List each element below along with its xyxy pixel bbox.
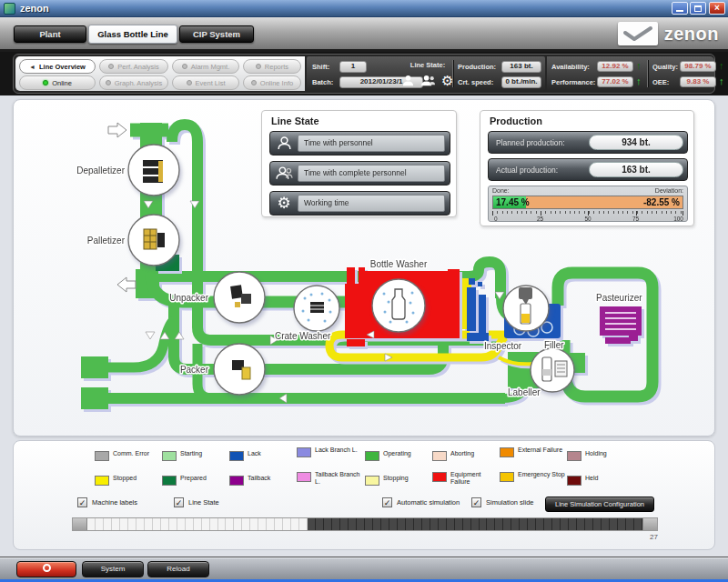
unpacker-machine[interactable]: [214, 272, 265, 323]
slider-segment[interactable]: [511, 518, 520, 530]
slider-segment[interactable]: [153, 518, 161, 530]
slider-segment[interactable]: [275, 518, 283, 530]
slider-segment[interactable]: [291, 518, 299, 530]
tab-cip-system[interactable]: CIP System: [179, 25, 254, 43]
slider-segment[interactable]: [373, 518, 381, 530]
slider-segment[interactable]: [161, 518, 169, 530]
nav-item-graph-analysis[interactable]: Graph. Analysis: [99, 75, 168, 90]
slider-segment[interactable]: [349, 518, 357, 530]
nav-item-perf-analysis[interactable]: Perf. Analysis: [99, 59, 168, 74]
slider-segment[interactable]: [169, 518, 177, 530]
slider-segment[interactable]: [104, 518, 112, 530]
checkbox-line-state[interactable]: ✓Line State: [174, 497, 219, 507]
line-simulation-configuration-button[interactable]: Line Simulation Configuration: [545, 497, 654, 512]
checkbox-machine-labels[interactable]: ✓Machine labels: [77, 497, 137, 507]
labeller-icon[interactable]: [531, 348, 574, 392]
slider-segment[interactable]: [324, 518, 332, 530]
slider-segment[interactable]: [316, 518, 324, 530]
slider-segment[interactable]: [340, 518, 349, 530]
bottle-washer-icon[interactable]: [372, 279, 425, 332]
reload-button[interactable]: Reload: [147, 561, 209, 577]
slider-segment[interactable]: [544, 518, 552, 530]
checkbox-box[interactable]: ✓: [174, 497, 184, 507]
slider-segment[interactable]: [455, 518, 463, 530]
slider-segment[interactable]: [430, 518, 439, 530]
slider-segment[interactable]: [480, 518, 488, 530]
checkbox-box[interactable]: ✓: [77, 497, 87, 507]
slider-segment[interactable]: [439, 518, 447, 530]
slider-segment[interactable]: [202, 518, 210, 530]
nav-item-reports[interactable]: Reports: [243, 59, 301, 74]
slider-segment[interactable]: [528, 518, 536, 530]
slider-segment[interactable]: [593, 518, 602, 530]
slider-segment[interactable]: [422, 518, 430, 530]
slider-segment[interactable]: [145, 518, 153, 530]
tab-plant[interactable]: Plant: [14, 25, 86, 43]
slider-segment[interactable]: [495, 518, 503, 530]
slider-segment[interactable]: [577, 518, 585, 530]
slider-segment[interactable]: [487, 518, 495, 530]
slider-cap-left[interactable]: [73, 518, 87, 530]
slider-segment[interactable]: [332, 518, 340, 530]
line-state-icons[interactable]: ⚙: [401, 74, 453, 87]
slider-segment[interactable]: [267, 518, 275, 530]
slider-segment[interactable]: [610, 518, 618, 530]
slider-segment[interactable]: [447, 518, 455, 530]
simulation-slider-segments[interactable]: [87, 518, 642, 530]
slider-segment[interactable]: [210, 518, 218, 530]
slider-segment[interactable]: [242, 518, 250, 530]
crate-washer-machine[interactable]: [294, 286, 339, 331]
slider-segment[interactable]: [536, 518, 544, 530]
slider-segment[interactable]: [406, 518, 414, 530]
slider-segment[interactable]: [520, 518, 528, 530]
slider-segment[interactable]: [414, 518, 422, 530]
slider-segment[interactable]: [618, 518, 626, 530]
tab-glass-bottle-line[interactable]: Glass Bottle Line: [88, 25, 177, 44]
nav-item-line-overview[interactable]: ◄Line Overview: [19, 59, 96, 74]
slider-segment[interactable]: [87, 518, 96, 530]
slider-segment[interactable]: [389, 518, 398, 530]
minimize-button[interactable]: [672, 2, 688, 15]
pasteurizer-machine[interactable]: [600, 306, 642, 344]
slider-segment[interactable]: [258, 518, 267, 530]
slider-segment[interactable]: [283, 518, 291, 530]
packer-machine[interactable]: [214, 344, 265, 395]
slider-segment[interactable]: [194, 518, 202, 530]
slider-segment[interactable]: [503, 518, 511, 530]
line-state-dropdown[interactable]: Time with complete personnel: [298, 165, 445, 182]
slider-segment[interactable]: [585, 518, 593, 530]
slider-cap-right[interactable]: [642, 518, 657, 530]
system-button[interactable]: System: [82, 561, 144, 577]
slider-segment[interactable]: [552, 518, 561, 530]
slider-segment[interactable]: [561, 518, 569, 530]
slider-segment[interactable]: [136, 518, 145, 530]
checkbox-box[interactable]: ✓: [471, 497, 481, 507]
checkbox-box[interactable]: ✓: [382, 497, 392, 507]
close-button[interactable]: ×: [709, 2, 725, 15]
depalletizer-machine[interactable]: [128, 145, 179, 196]
nav-item-alarm-mgmt[interactable]: Alarm Mgmt.: [172, 59, 239, 74]
slider-segment[interactable]: [626, 518, 634, 530]
slider-segment[interactable]: [218, 518, 227, 530]
restore-button[interactable]: [690, 2, 706, 15]
slider-segment[interactable]: [463, 518, 471, 530]
slider-segment[interactable]: [177, 518, 186, 530]
slider-segment[interactable]: [308, 518, 316, 530]
slider-segment[interactable]: [602, 518, 610, 530]
filler-icon[interactable]: [503, 286, 549, 331]
slider-segment[interactable]: [398, 518, 406, 530]
line-state-dropdown[interactable]: Working time: [298, 195, 445, 212]
slider-segment[interactable]: [381, 518, 389, 530]
slider-segment[interactable]: [112, 518, 120, 530]
slider-segment[interactable]: [365, 518, 373, 530]
slider-segment[interactable]: [226, 518, 234, 530]
palletizer-machine[interactable]: [128, 215, 179, 266]
nav-item-event-list[interactable]: Event List: [172, 75, 239, 90]
slider-segment[interactable]: [634, 518, 642, 530]
slider-segment[interactable]: [299, 518, 308, 530]
slider-segment[interactable]: [569, 518, 577, 530]
slider-segment[interactable]: [471, 518, 480, 530]
slider-segment[interactable]: [96, 518, 104, 530]
slider-segment[interactable]: [120, 518, 128, 530]
slider-segment[interactable]: [357, 518, 365, 530]
